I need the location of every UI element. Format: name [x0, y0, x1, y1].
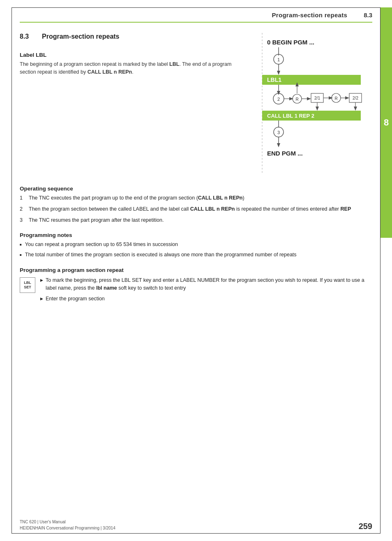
programming-repeat-row: LBLSET To mark the beginning, press the … — [20, 276, 369, 306]
svg-text:2: 2 — [277, 97, 280, 102]
footer-left: TNC 620 | User's Manual HEIDENHAIN Conve… — [20, 519, 115, 531]
svg-text:R: R — [295, 97, 298, 102]
header-title: Program-section repeats — [272, 12, 348, 19]
section-number: 8.3 — [20, 33, 35, 40]
page-number: 259 — [359, 522, 372, 531]
label-lbl-heading: Label LBL — [20, 52, 242, 58]
footer-line1: TNC 620 | User's Manual — [20, 519, 115, 525]
page-border-bottom — [12, 533, 380, 534]
chapter-number: 8 — [384, 117, 389, 128]
svg-text:1: 1 — [277, 57, 280, 62]
programming-repeat-heading: Programming a program section repeat — [20, 267, 369, 273]
programming-repeat-section: Programming a program section repeat LBL… — [20, 267, 369, 306]
lbl-set-icon: LBLSET — [20, 277, 35, 293]
svg-text:3: 3 — [277, 130, 280, 135]
svg-marker-10 — [277, 91, 280, 95]
programming-notes-heading: Programming notes — [20, 232, 369, 238]
header-section-number: 8.3 — [364, 12, 372, 19]
svg-marker-28 — [345, 96, 349, 100]
svg-text:2/1: 2/1 — [314, 96, 320, 100]
svg-text:LBL1: LBL1 — [267, 77, 281, 83]
programming-repeat-bullets: To mark the beginning, press the LBL SET… — [40, 276, 369, 306]
svg-text:END PGM ...: END PGM ... — [267, 150, 303, 157]
list-item: 3 The TNC resumes the part program after… — [20, 216, 369, 224]
operating-sequence-section: Operating sequence 1 The TNC executes th… — [20, 186, 369, 224]
list-item: 1 The TNC executes the part program up t… — [20, 194, 369, 202]
svg-text:R: R — [334, 96, 337, 101]
main-content: 8.3 Program-section repeats Label LBL Th… — [20, 29, 369, 525]
svg-marker-18 — [307, 97, 311, 100]
page-footer: TNC 620 | User's Manual HEIDENHAIN Conve… — [20, 519, 372, 531]
program-diagram: 0 BEGIN PGM ... 1 LBL1 2 — [250, 33, 365, 173]
operating-sequence-heading: Operating sequence — [20, 186, 369, 192]
section-title-row: 8.3 Program-section repeats Label LBL Th… — [20, 33, 369, 174]
list-item: To mark the beginning, press the LBL SET… — [40, 276, 369, 292]
list-item: You can repeat a program section up to 6… — [20, 241, 369, 248]
chapter-tab: 8 — [380, 7, 392, 238]
list-item: 2 Then the program section between the c… — [20, 205, 369, 213]
programming-notes-list: You can repeat a program section up to 6… — [20, 241, 369, 259]
operating-sequence-list: 1 The TNC executes the part program up t… — [20, 194, 369, 224]
svg-marker-32 — [354, 107, 357, 111]
section-heading: Program-section repeats — [42, 33, 120, 40]
page-border-top — [12, 7, 380, 8]
programming-notes-section: Programming notes You can repeat a progr… — [20, 232, 369, 259]
svg-text:2/2: 2/2 — [353, 96, 358, 100]
diagram-container: 0 BEGIN PGM ... 1 LBL1 2 — [250, 33, 369, 174]
list-item: The total number of times the program se… — [20, 251, 369, 259]
svg-marker-24 — [329, 96, 333, 100]
page-border-left — [12, 7, 12, 534]
svg-text:CALL LBL 1 REP 2: CALL LBL 1 REP 2 — [267, 113, 314, 119]
list-item: Enter the program section — [40, 295, 369, 303]
label-lbl-text: The beginning of a program section repea… — [20, 60, 242, 77]
svg-marker-22 — [316, 107, 319, 111]
left-col-top: 8.3 Program-section repeats Label LBL Th… — [20, 33, 242, 174]
svg-text:0   BEGIN PGM ...: 0 BEGIN PGM ... — [267, 39, 314, 46]
footer-line2: HEIDENHAIN Conversational Programming | … — [20, 525, 115, 531]
page-header: Program-section repeats 8.3 — [20, 12, 372, 23]
svg-marker-41 — [277, 143, 280, 147]
svg-marker-6 — [277, 71, 280, 75]
